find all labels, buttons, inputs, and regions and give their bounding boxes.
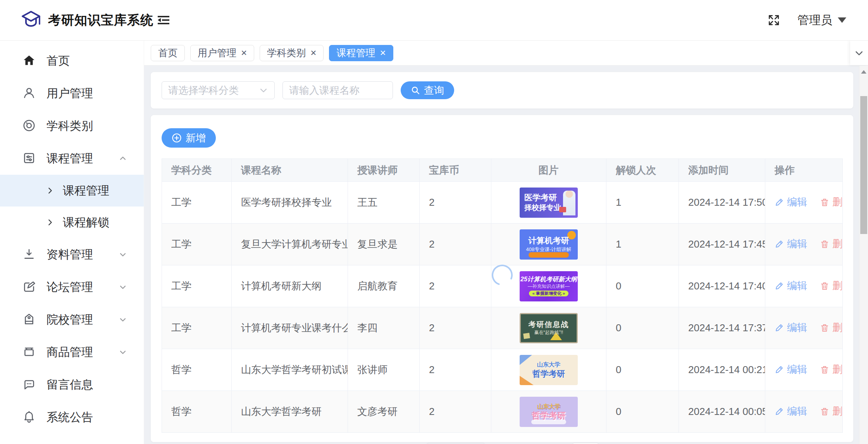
cell-unlocks: 0	[616, 280, 621, 292]
caret-down-icon	[838, 17, 846, 23]
edit-button[interactable]: 编辑	[775, 195, 807, 209]
bell-icon	[22, 410, 36, 424]
course-image[interactable]: 25计算机考研新大纲 —补充知识点讲解— « 掌握新增变化 »	[520, 271, 578, 301]
course-name-input[interactable]	[282, 81, 393, 99]
course-image[interactable]: 计算机考研 408专业课-计组讲解	[520, 229, 578, 260]
home-icon	[22, 54, 36, 68]
column-header: 宝库币	[420, 159, 491, 182]
add-button[interactable]: 新增	[162, 128, 216, 148]
sidebar-item-label: 课程解锁	[63, 215, 109, 231]
cell-time: 2024-12-14 00:05:01	[688, 406, 765, 417]
sidebar-item-course-management-sub[interactable]: 课程管理	[0, 175, 144, 207]
table-row: 工学 复旦大学计算机考研专业课讲解 复旦求是 2 计算机考研 408专业课-计组…	[162, 224, 843, 265]
tab-user-management[interactable]: 用户管理×	[190, 45, 254, 61]
column-header: 添加时间	[679, 159, 765, 182]
close-icon[interactable]: ×	[380, 48, 386, 58]
edit-button[interactable]: 编辑	[775, 321, 807, 334]
tab-course-management[interactable]: 课程管理×	[329, 45, 393, 61]
app-logo: 考研知识宝库系统	[0, 10, 144, 30]
sidebar-item-label: 用户管理	[46, 86, 93, 102]
cell-unlocks: 1	[616, 196, 621, 208]
cell-teacher: 复旦求是	[357, 238, 398, 250]
sidebar: 首页用户管理学科类别课程管理课程管理课程解锁资料管理论坛管理院校管理商品管理留言…	[0, 41, 144, 444]
cell-teacher: 文彦考研	[357, 406, 398, 417]
scrollbar-up-arrow[interactable]	[859, 66, 868, 77]
tab-overflow-button[interactable]	[850, 41, 868, 65]
delete-button[interactable]: 删除	[820, 321, 842, 334]
fullscreen-icon[interactable]	[767, 14, 780, 27]
search-button[interactable]: 查询	[401, 81, 454, 99]
table-row: 哲学 山东大学哲学考研 文彦考研 2 山东大学 哲学考研 0 2024-12-1…	[162, 391, 843, 433]
chevron-right-icon	[46, 218, 54, 227]
sidebar-fold-icon[interactable]	[157, 14, 170, 26]
chevron-up-icon	[118, 154, 127, 163]
sidebar-item-goods-management[interactable]: 商品管理	[0, 336, 144, 368]
sidebar-item-label: 论坛管理	[46, 279, 93, 295]
close-icon[interactable]: ×	[310, 48, 316, 58]
sidebar-item-user-management[interactable]: 用户管理	[0, 77, 144, 110]
cell-course-name: 山东大学哲学考研	[241, 406, 322, 417]
graduation-cap-icon	[20, 10, 42, 30]
app-title: 考研知识宝库系统	[48, 12, 153, 29]
column-header: 解锁人次	[606, 159, 679, 182]
sidebar-item-course-management[interactable]: 课程管理	[0, 142, 144, 175]
cell-unlocks: 0	[616, 406, 621, 417]
plus-circle-icon	[172, 133, 182, 143]
delete-button[interactable]: 删除	[820, 237, 842, 251]
table-row: 工学 计算机考研专业课考什么 李四 2 考研信息战 赢在“起跑线”!! 0 20…	[162, 307, 843, 349]
course-image[interactable]: 医学考研 择校择专业	[520, 188, 578, 218]
cell-coins: 2	[429, 196, 434, 208]
scrollbar-thumb[interactable]	[860, 96, 867, 234]
edit-button[interactable]: 编辑	[775, 404, 807, 418]
delete-button[interactable]: 删除	[820, 279, 842, 293]
cell-course-name: 山东大学哲学考研初试课程	[241, 364, 348, 375]
edit-button[interactable]: 编辑	[775, 279, 807, 293]
cell-coins: 2	[429, 364, 434, 375]
column-header: 授课讲师	[348, 159, 420, 182]
chevron-down-icon	[118, 282, 127, 292]
edit-button[interactable]: 编辑	[775, 237, 807, 251]
sidebar-item-label: 课程管理	[63, 183, 109, 199]
cell-teacher: 王五	[357, 196, 377, 208]
tab-subject-category[interactable]: 学科类别×	[260, 45, 324, 61]
tab-home[interactable]: 首页	[151, 45, 185, 61]
chevron-right-icon	[46, 186, 54, 195]
sidebar-item-subject-category[interactable]: 学科类别	[0, 110, 144, 142]
tab-bar: 首页用户管理×学科类别×课程管理×	[144, 41, 868, 65]
sidebar-item-forum-management[interactable]: 论坛管理	[0, 271, 144, 303]
chevron-down-icon	[259, 86, 268, 95]
sidebar-item-school-management[interactable]: 院校管理	[0, 303, 144, 336]
forum-icon	[22, 280, 36, 294]
edit-button[interactable]: 编辑	[775, 363, 807, 376]
close-icon[interactable]: ×	[241, 48, 247, 58]
column-header: 学科分类	[162, 159, 232, 182]
course-image[interactable]: 山东大学 哲学考研	[520, 397, 578, 427]
delete-button[interactable]: 删除	[820, 404, 842, 418]
sidebar-item-course-unlock[interactable]: 课程解锁	[0, 207, 144, 238]
delete-button[interactable]: 删除	[820, 363, 842, 376]
user-icon	[22, 86, 36, 100]
goods-icon	[22, 345, 36, 359]
course-image[interactable]: 山东大学 哲学考研	[520, 355, 578, 385]
vertical-scrollbar[interactable]	[859, 66, 868, 444]
sidebar-item-label: 资料管理	[46, 247, 93, 263]
page-content: 请选择学科分类 查询 新增	[144, 65, 868, 444]
sidebar-item-label: 课程管理	[46, 151, 93, 167]
cell-time: 2024-12-14 00:21:19	[688, 364, 765, 375]
cell-unlocks: 0	[616, 364, 621, 375]
chevron-down-icon	[118, 348, 127, 357]
delete-button[interactable]: 删除	[820, 195, 842, 209]
subject-category-select[interactable]: 请选择学科分类	[162, 81, 275, 99]
sidebar-item-home[interactable]: 首页	[0, 45, 144, 77]
table-row: 哲学 山东大学哲学考研初试课程 张讲师 2 山东大学 哲学考研 0 2024-1…	[162, 349, 843, 391]
course-image[interactable]: 考研信息战 赢在“起跑线”!!	[520, 313, 578, 343]
cell-course-name: 计算机考研专业课考什么	[241, 322, 348, 334]
sidebar-item-message-info[interactable]: 留言信息	[0, 368, 144, 401]
subject-category-placeholder: 请选择学科分类	[168, 84, 239, 97]
sidebar-item-label: 学科类别	[46, 118, 93, 134]
admin-dropdown[interactable]: 管理员	[797, 12, 846, 28]
cell-category: 工学	[171, 322, 191, 334]
sidebar-item-material-management[interactable]: 资料管理	[0, 238, 144, 271]
sidebar-item-system-notice[interactable]: 系统公告	[0, 401, 144, 434]
column-header: 课程名称	[232, 159, 348, 182]
